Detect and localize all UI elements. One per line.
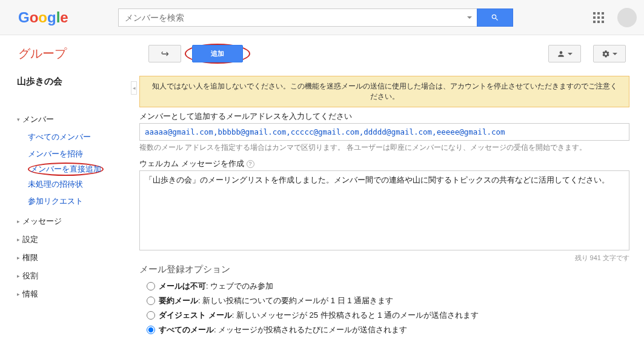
welcome-message-textarea[interactable]: 「山歩きの会」のメーリングリストを作成しました。メンバー間での連絡や山に関するト… xyxy=(139,170,629,250)
search-icon xyxy=(491,13,499,22)
sidebar: 山歩きの会 メンバー すべてのメンバー メンバーを招待 メンバーを直接追加 未処… xyxy=(0,73,133,339)
warning-notice: 知人ではない人を追加しないでください。この機能を迷惑メールの送信に使用した場合は… xyxy=(139,76,629,107)
sidebar-section-info[interactable]: 情報 xyxy=(17,285,133,303)
service-name[interactable]: グループ xyxy=(18,45,67,62)
sidebar-item-invite-members[interactable]: メンバーを招待 xyxy=(28,146,133,163)
sidebar-item-all-members[interactable]: すべてのメンバー xyxy=(28,129,133,146)
sidebar-section-permissions[interactable]: 権限 xyxy=(17,249,133,267)
sidebar-section-messages[interactable]: メッセージ xyxy=(17,212,133,230)
manage-members-button[interactable] xyxy=(548,45,581,62)
main-panel: 知人ではない人を追加しないでください。この機能を迷惑メールの送信に使用した場合は… xyxy=(133,73,644,339)
email-hint: 複数のメール アドレスを指定する場合はカンマで区切ります。 各ユーザーは即座にメ… xyxy=(139,143,629,152)
apps-icon[interactable] xyxy=(593,12,604,23)
google-logo[interactable]: Google xyxy=(18,9,68,26)
sidebar-section-settings[interactable]: 設定 xyxy=(17,230,133,249)
sidebar-item-pending-invites[interactable]: 未処理の招待状 xyxy=(28,176,133,193)
avatar[interactable] xyxy=(617,8,637,27)
sidebar-item-direct-add[interactable]: メンバーを直接追加 xyxy=(30,164,101,173)
person-icon xyxy=(557,50,565,58)
search-button[interactable] xyxy=(477,8,513,27)
radio-all-email-input[interactable] xyxy=(147,326,155,334)
radio-no-email[interactable]: メールは不可: ウェブでのみ参加 xyxy=(139,279,629,294)
email-field-label: メンバーとして追加するメールアドレスを入力してください xyxy=(139,111,629,122)
email-options-title: メール登録オプション xyxy=(139,264,629,275)
add-button[interactable]: 追加 xyxy=(192,45,243,62)
email-addresses-input[interactable] xyxy=(139,123,629,141)
gear-icon xyxy=(602,50,610,58)
search-input[interactable] xyxy=(118,8,477,27)
char-count: 残り 941 文字です xyxy=(139,253,629,263)
radio-abridged[interactable]: 要約メール: 新しい投稿についての要約メールが 1 日 1 通届きます xyxy=(139,294,629,308)
radio-digest[interactable]: ダイジェスト メール: 新しいメッセージが 25 件投稿されると 1 通のメール… xyxy=(139,308,629,323)
welcome-label: ウェルカム メッセージを作成 xyxy=(139,158,244,169)
sidebar-section-members[interactable]: メンバー xyxy=(17,110,133,129)
radio-no-email-input[interactable] xyxy=(147,282,155,290)
settings-button[interactable] xyxy=(593,45,626,62)
help-icon[interactable]: ? xyxy=(247,160,254,168)
sidebar-item-join-requests[interactable]: 参加リクエスト xyxy=(28,193,133,210)
sidebar-section-roles[interactable]: 役割 xyxy=(17,267,133,285)
radio-abridged-input[interactable] xyxy=(147,297,155,305)
back-button[interactable] xyxy=(148,45,181,62)
radio-all-email[interactable]: すべてのメール: メッセージが投稿されるたびにメールが送信されます xyxy=(139,323,629,337)
sub-header: グループ 追加 xyxy=(0,35,644,73)
global-header: Google xyxy=(0,0,644,35)
search-box xyxy=(118,8,513,27)
group-title[interactable]: 山歩きの会 xyxy=(17,76,133,87)
radio-digest-input[interactable] xyxy=(147,311,155,320)
